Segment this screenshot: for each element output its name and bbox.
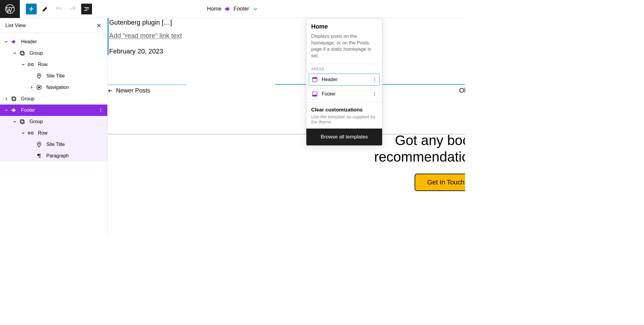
popover-title: Home bbox=[311, 23, 377, 30]
svg-rect-26 bbox=[28, 132, 30, 134]
undo-button bbox=[54, 4, 64, 14]
more-icon[interactable] bbox=[372, 92, 377, 96]
tree-item-row[interactable]: Row bbox=[0, 127, 107, 139]
svg-point-39 bbox=[374, 94, 375, 95]
group-icon bbox=[18, 50, 26, 56]
tree-item-group[interactable]: Group bbox=[0, 93, 107, 105]
group-icon bbox=[10, 96, 18, 102]
chevron-icon[interactable] bbox=[3, 108, 10, 112]
tree-item-group[interactable]: Group bbox=[0, 47, 107, 59]
chevron-icon[interactable] bbox=[11, 120, 18, 124]
chevron-down-icon[interactable] bbox=[252, 6, 258, 12]
pin-icon bbox=[35, 141, 43, 147]
list-view-title: List View bbox=[5, 23, 26, 29]
tree-item-label: Site Title bbox=[46, 73, 65, 79]
footer-content[interactable]: Got any book recommendation Get In Touch bbox=[374, 132, 465, 191]
wordpress-logo[interactable] bbox=[0, 0, 20, 18]
area-label: Header bbox=[322, 77, 337, 82]
close-icon[interactable] bbox=[96, 23, 102, 29]
chevron-icon[interactable] bbox=[3, 97, 10, 101]
header-area-icon bbox=[311, 76, 318, 83]
diamond-icon bbox=[10, 107, 18, 113]
selection-border bbox=[108, 85, 187, 85]
tree-item-site-title[interactable]: Site Title bbox=[0, 70, 107, 82]
area-item-header[interactable]: Header bbox=[309, 74, 380, 86]
tree-item-label: Header bbox=[21, 39, 37, 44]
area-label: Footer bbox=[322, 91, 336, 97]
compass-icon bbox=[35, 84, 43, 90]
chevron-icon[interactable] bbox=[20, 62, 26, 67]
partial-text: Ol bbox=[459, 87, 465, 94]
add-block-button[interactable] bbox=[26, 4, 37, 14]
tree-item-site-title[interactable]: Site Title bbox=[0, 139, 107, 150]
tree-item-label: Paragraph bbox=[46, 153, 69, 159]
tree-item-group[interactable]: Group bbox=[0, 116, 107, 127]
svg-point-35 bbox=[374, 81, 375, 82]
tree-item-footer[interactable]: Footer bbox=[0, 105, 107, 116]
row-icon bbox=[26, 62, 35, 68]
chevron-icon[interactable] bbox=[11, 51, 18, 55]
footer-area-icon bbox=[311, 91, 318, 97]
svg-point-33 bbox=[374, 78, 375, 79]
pin-icon bbox=[35, 73, 43, 79]
post-date: February 20, 2023 bbox=[109, 47, 187, 55]
svg-rect-20 bbox=[12, 108, 16, 112]
redo-button bbox=[67, 4, 78, 14]
areas-section-label: AREAS bbox=[306, 64, 382, 74]
svg-point-23 bbox=[100, 111, 101, 112]
breadcrumb-home[interactable]: Home bbox=[207, 6, 221, 12]
svg-rect-6 bbox=[225, 7, 229, 11]
svg-point-22 bbox=[100, 110, 101, 111]
svg-rect-19 bbox=[12, 97, 15, 100]
svg-marker-17 bbox=[38, 87, 40, 88]
footer-heading-line2: recommendation bbox=[374, 149, 465, 165]
svg-rect-10 bbox=[21, 52, 24, 55]
clear-customizations[interactable]: Clear customizations Use the template as… bbox=[306, 102, 382, 129]
tree-item-label: Row bbox=[38, 62, 48, 67]
row-icon bbox=[26, 130, 35, 136]
template-popover: Home Displays posts on the homepage, or … bbox=[306, 18, 382, 146]
tree-item-label: Site Title bbox=[46, 142, 65, 147]
edit-tool-button[interactable] bbox=[40, 4, 51, 14]
svg-point-34 bbox=[374, 79, 375, 80]
tree-item-paragraph[interactable]: Paragraph bbox=[0, 150, 107, 162]
more-icon[interactable] bbox=[98, 108, 103, 113]
tree-item-label: Row bbox=[38, 130, 48, 136]
svg-rect-37 bbox=[313, 95, 317, 96]
list-view-toggle-button[interactable] bbox=[81, 4, 92, 14]
tree-item-header[interactable]: Header bbox=[0, 36, 107, 47]
top-toolbar: Home Footer bbox=[0, 0, 465, 18]
read-more-link[interactable]: Add "read more" link text bbox=[109, 32, 187, 40]
tree-item-row[interactable]: Row bbox=[0, 59, 107, 70]
chevron-icon[interactable] bbox=[3, 40, 10, 44]
browse-templates-button[interactable]: Browse all templates bbox=[306, 129, 382, 145]
svg-rect-13 bbox=[32, 64, 33, 66]
post-block[interactable]: Gutenberg plugin […] Add "read more" lin… bbox=[108, 18, 187, 55]
popover-description: Displays posts on the homepage, or on th… bbox=[311, 33, 377, 59]
tree-item-navigation[interactable]: Navigation bbox=[0, 82, 107, 93]
tree-item-label: Navigation bbox=[46, 85, 69, 90]
tree-item-label: Footer bbox=[21, 108, 35, 113]
cta-button[interactable]: Get In Touch bbox=[415, 174, 465, 191]
chevron-icon[interactable] bbox=[28, 85, 35, 90]
svg-rect-9 bbox=[12, 40, 16, 44]
document-breadcrumb[interactable]: Home Footer bbox=[207, 6, 258, 12]
svg-rect-24 bbox=[21, 120, 24, 124]
area-item-footer[interactable]: Footer bbox=[309, 88, 380, 100]
list-view-panel: List View HeaderGroupRowSite TitleNaviga… bbox=[0, 18, 108, 235]
svg-rect-27 bbox=[32, 132, 33, 134]
newer-posts-link[interactable]: Newer Posts bbox=[108, 87, 150, 94]
svg-rect-18 bbox=[13, 98, 16, 101]
group-icon bbox=[18, 119, 26, 125]
editor-canvas[interactable]: Gutenberg plugin […] Add "read more" lin… bbox=[108, 18, 465, 235]
chevron-icon[interactable] bbox=[20, 131, 26, 135]
breadcrumb-current[interactable]: Footer bbox=[233, 6, 249, 12]
footer-heading-line1: Got any book bbox=[374, 132, 465, 149]
more-icon[interactable] bbox=[372, 77, 377, 82]
svg-rect-25 bbox=[20, 120, 23, 123]
svg-point-29 bbox=[38, 143, 39, 144]
svg-point-15 bbox=[38, 75, 39, 76]
diamond-icon bbox=[10, 39, 18, 45]
template-part-icon bbox=[224, 6, 230, 12]
svg-point-40 bbox=[374, 95, 375, 96]
